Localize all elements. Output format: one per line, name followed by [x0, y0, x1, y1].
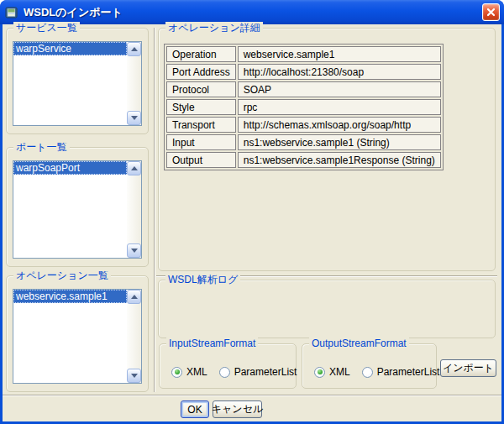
row-label-cell: Input	[166, 134, 236, 150]
radio-option-xml[interactable]: XML	[171, 366, 207, 378]
scroll-up-button[interactable]	[127, 290, 141, 304]
arrow-up-icon	[131, 295, 138, 299]
row-value-cell: webservice.sample1	[238, 46, 441, 62]
row-label-cell: Operation	[166, 46, 236, 62]
arrow-down-icon	[131, 249, 138, 253]
wsdl-log-content	[165, 294, 488, 332]
radio-icon[interactable]	[171, 367, 182, 378]
list-item[interactable]: warpService	[13, 42, 127, 55]
row-label-cell: Style	[166, 99, 236, 115]
row-label-cell: Port Address	[166, 64, 236, 80]
service-list-label: サービス一覧	[13, 22, 80, 34]
radio-icon[interactable]	[362, 367, 373, 378]
scroll-down-button[interactable]	[127, 243, 141, 258]
wsdl-log-label: WSDL解析ログ	[165, 274, 240, 285]
scroll-up-button[interactable]	[127, 42, 141, 56]
arrow-up-icon	[131, 166, 138, 170]
input-stream-format-group: InputStreamFormat XML ParameterList	[159, 343, 297, 389]
list-item[interactable]: webservice.sample1	[13, 290, 127, 303]
operation-list-label: オペレーション一覧	[13, 270, 111, 281]
close-button[interactable]	[482, 3, 500, 21]
output-stream-format-label: OutputStreamFormat	[309, 338, 409, 349]
output-stream-format-group: OutputStreamFormat XML ParameterList	[302, 343, 437, 389]
wsdl-log-group: WSDL解析ログ	[158, 280, 496, 338]
service-list-group: サービス一覧 warpService	[6, 28, 149, 134]
radio-icon[interactable]	[314, 367, 325, 378]
row-value-cell: rpc	[238, 99, 441, 115]
close-icon	[486, 8, 496, 17]
table-row: Output ns1:webservice.sample1Response (S…	[166, 152, 441, 168]
row-label-cell: Output	[166, 152, 236, 168]
titlebar[interactable]: WSDLのインポート	[0, 0, 504, 24]
row-value-cell: http://localhost:21380/soap	[238, 64, 441, 80]
table-row: Protocol SOAP	[166, 81, 441, 97]
dialog-title: WSDLのインポート	[24, 5, 482, 20]
table-row: Port Address http://localhost:21380/soap	[166, 64, 441, 80]
operation-details-label: オペレーション詳細	[165, 22, 263, 34]
scroll-down-button[interactable]	[127, 111, 141, 125]
radio-option-parameterlist[interactable]: ParameterList	[219, 366, 297, 378]
operation-details-table: Operation webservice.sample1 Port Addres…	[164, 44, 444, 170]
input-stream-format-label: InputStreamFormat	[166, 338, 258, 349]
row-label-cell: Transport	[166, 117, 236, 133]
radio-label: ParameterList	[377, 366, 440, 378]
row-value-cell: ns1:webservice.sample1 (String)	[238, 134, 441, 150]
list-item[interactable]: warpSoapPort	[13, 161, 127, 175]
row-label-cell: Protocol	[166, 81, 236, 97]
table-row: Operation webservice.sample1	[166, 46, 441, 62]
table-row: Style rpc	[166, 99, 441, 115]
scroll-up-button[interactable]	[127, 161, 141, 175]
row-value-cell: SOAP	[238, 81, 441, 97]
radio-selected-dot	[175, 369, 180, 374]
radio-option-parameterlist[interactable]: ParameterList	[362, 366, 440, 378]
cancel-button[interactable]: キャンセル	[213, 400, 262, 418]
scroll-down-button[interactable]	[127, 369, 141, 383]
row-value-cell: ns1:webservice.sample1Response (String)	[238, 152, 441, 168]
arrow-up-icon	[131, 47, 138, 51]
table-row: Transport http://schemas.xmlsoap.org/soa…	[166, 117, 441, 133]
arrow-down-icon	[131, 116, 138, 120]
panel-divider-vertical	[154, 28, 155, 392]
port-listbox[interactable]: warpSoapPort	[13, 160, 142, 259]
operation-list-group: オペレーション一覧 webservice.sample1	[6, 275, 149, 392]
radio-label: ParameterList	[234, 366, 297, 378]
radio-label: XML	[329, 366, 350, 378]
radio-option-xml[interactable]: XML	[314, 366, 350, 378]
port-list-group: ポート一覧 warpSoapPort	[6, 147, 149, 267]
ok-button[interactable]: OK	[181, 400, 209, 418]
output-format-options: XML ParameterList	[314, 366, 451, 378]
arrow-down-icon	[131, 374, 138, 378]
port-list-scrollbar[interactable]	[127, 161, 141, 258]
port-list-label: ポート一覧	[13, 141, 70, 153]
radio-icon[interactable]	[219, 367, 230, 378]
operation-listbox[interactable]: webservice.sample1	[13, 289, 142, 384]
table-row: Input ns1:webservice.sample1 (String)	[166, 134, 441, 150]
wsdl-import-dialog: WSDLのインポート サービス一覧 warpService ポート一覧 warp…	[0, 0, 504, 424]
dialog-body: サービス一覧 warpService ポート一覧 warpSoapPort	[3, 24, 501, 421]
input-format-options: XML ParameterList	[171, 366, 308, 378]
app-icon	[4, 5, 19, 20]
footer-divider	[3, 395, 501, 396]
service-list-scrollbar[interactable]	[127, 42, 141, 125]
import-button[interactable]: インポート	[440, 359, 496, 377]
radio-selected-dot	[318, 369, 323, 374]
operation-details-group: オペレーション詳細 Operation webservice.sample1 P…	[158, 28, 496, 271]
radio-label: XML	[186, 366, 207, 378]
service-listbox[interactable]: warpService	[13, 41, 142, 126]
operation-list-scrollbar[interactable]	[127, 290, 141, 383]
row-value-cell: http://schemas.xmlsoap.org/soap/http	[238, 117, 441, 133]
